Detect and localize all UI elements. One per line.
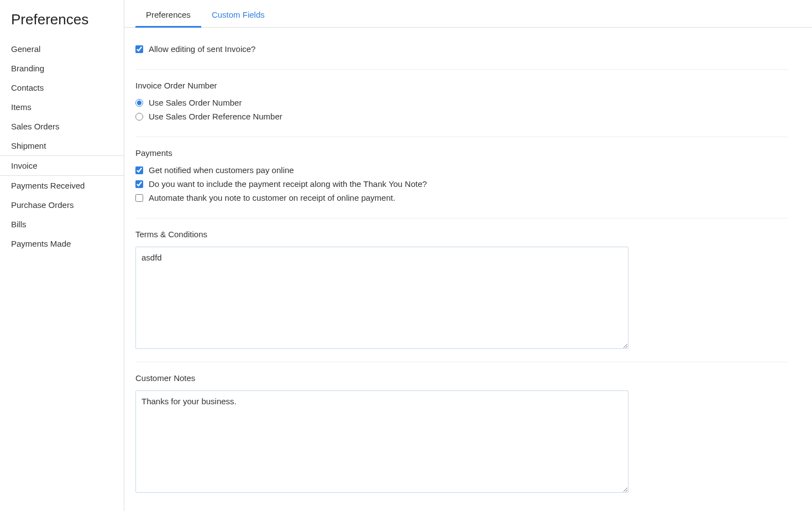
label-notify-pay-online[interactable]: Get notified when customers pay online [149, 165, 294, 175]
tab-custom-fields[interactable]: Custom Fields [201, 0, 275, 27]
label-automate-thankyou[interactable]: Automate thank you note to customer on r… [149, 193, 395, 202]
title-terms: Terms & Conditions [135, 230, 788, 239]
sidebar-item-invoice[interactable]: Invoice [0, 155, 124, 176]
main-content: Preferences Custom Fields Allow editing … [124, 0, 812, 511]
textarea-terms[interactable] [135, 247, 628, 349]
checkbox-notify-pay-online[interactable] [135, 166, 143, 174]
label-use-sales-order-ref-number[interactable]: Use Sales Order Reference Number [149, 112, 282, 121]
title-invoice-order: Invoice Order Number [135, 81, 788, 90]
radio-use-sales-order-ref-number[interactable] [135, 113, 143, 121]
sidebar-item-bills[interactable]: Bills [0, 215, 124, 234]
sidebar-item-contacts[interactable]: Contacts [0, 78, 124, 97]
sidebar-item-branding[interactable]: Branding [0, 59, 124, 78]
sidebar-item-sales-orders[interactable]: Sales Orders [0, 117, 124, 136]
title-customer-notes: Customer Notes [135, 373, 788, 383]
label-use-sales-order-number[interactable]: Use Sales Order Number [149, 98, 242, 107]
textarea-customer-notes[interactable] [135, 390, 628, 493]
sidebar-item-items[interactable]: Items [0, 97, 124, 117]
section-allow-editing: Allow editing of sent Invoice? [135, 44, 788, 70]
section-terms: Terms & Conditions [135, 230, 788, 362]
sidebar-item-shipment[interactable]: Shipment [0, 136, 124, 155]
checkbox-automate-thankyou[interactable] [135, 194, 143, 202]
sidebar-item-general[interactable]: General [0, 39, 124, 59]
label-include-receipt[interactable]: Do you want to include the payment recei… [149, 179, 427, 189]
title-payments: Payments [135, 148, 788, 158]
section-invoice-order: Invoice Order Number Use Sales Order Num… [135, 81, 788, 137]
radio-use-sales-order-number[interactable] [135, 99, 143, 107]
content-area: Allow editing of sent Invoice? Invoice O… [124, 28, 799, 500]
label-allow-editing[interactable]: Allow editing of sent Invoice? [149, 44, 255, 54]
sidebar-item-payments-made[interactable]: Payments Made [0, 234, 124, 253]
checkbox-include-receipt[interactable] [135, 180, 143, 188]
preferences-sidebar: Preferences General Branding Contacts It… [0, 0, 124, 511]
section-customer-notes: Customer Notes [135, 373, 788, 500]
checkbox-allow-editing[interactable] [135, 45, 143, 53]
sidebar-title: Preferences [0, 11, 124, 39]
sidebar-item-purchase-orders[interactable]: Purchase Orders [0, 195, 124, 215]
tab-preferences[interactable]: Preferences [135, 0, 201, 27]
sidebar-item-payments-received[interactable]: Payments Received [0, 176, 124, 195]
tabs: Preferences Custom Fields [124, 0, 812, 28]
sidebar-items: General Branding Contacts Items Sales Or… [0, 39, 124, 253]
section-payments: Payments Get notified when customers pay… [135, 148, 788, 218]
